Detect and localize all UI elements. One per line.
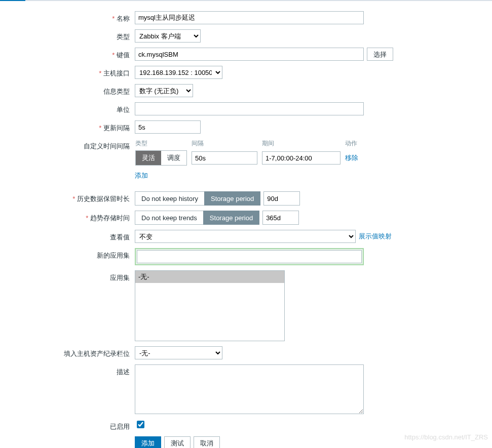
select-key-button[interactable]: 选择: [367, 48, 393, 61]
trends-storage-button[interactable]: Storage period: [203, 211, 259, 225]
type-select[interactable]: Zabbix 客户端: [135, 29, 201, 43]
label-appset: 应用集: [0, 270, 135, 282]
label-name: 名称: [0, 11, 135, 23]
interval-delay-input[interactable]: [192, 151, 257, 165]
trends-mode-toggle: Do not keep trends Storage period: [135, 211, 259, 225]
appset-listbox[interactable]: -无-: [135, 270, 285, 341]
show-value-mappings-link[interactable]: 展示值映射: [359, 232, 392, 241]
label-inventory: 填入主机资产纪录栏位: [0, 346, 135, 358]
enabled-checkbox[interactable]: [137, 421, 144, 428]
host-interface-select[interactable]: 192.168.139.152 : 10050: [135, 66, 222, 79]
label-show-value: 查看值: [0, 230, 135, 242]
label-host-interface: 主机接口: [0, 66, 135, 78]
new-appset-input[interactable]: [137, 250, 362, 263]
label-description: 描述: [0, 364, 135, 377]
cancel-button[interactable]: 取消: [194, 436, 220, 448]
history-period-input[interactable]: [263, 191, 300, 206]
key-input[interactable]: [135, 48, 364, 61]
show-value-select[interactable]: 不变: [135, 230, 356, 243]
interval-type-toggle: 灵活 调度: [135, 150, 187, 166]
label-type: 类型: [0, 29, 135, 42]
trends-nokeep-button[interactable]: Do not keep trends: [135, 211, 204, 225]
col-type: 类型: [135, 139, 191, 150]
history-nokeep-button[interactable]: Do not keep history: [135, 191, 205, 206]
new-appset-wrapper: [135, 248, 364, 265]
appset-option-none[interactable]: -无-: [135, 271, 284, 283]
interval-add-button[interactable]: 添加: [135, 171, 148, 180]
custom-intervals-table: 类型 间隔 期间 动作 灵活 调度 移除: [135, 139, 362, 166]
history-mode-toggle: Do not keep history Storage period: [135, 191, 260, 206]
description-textarea[interactable]: [135, 364, 364, 414]
unit-input[interactable]: [135, 102, 364, 115]
label-info-type: 信息类型: [0, 84, 135, 96]
inventory-select[interactable]: -无-: [135, 346, 222, 359]
interval-type-scheduled-button[interactable]: 调度: [161, 151, 186, 165]
label-history: 历史数据保留时长: [0, 191, 135, 203]
test-button[interactable]: 测试: [164, 436, 191, 448]
label-key: 键值: [0, 48, 135, 60]
item-form: 名称 类型 Zabbix 客户端 键值 选择 主机接口 192.168.139.…: [0, 1, 492, 448]
label-update-interval: 更新间隔: [0, 120, 135, 133]
label-unit: 单位: [0, 102, 135, 114]
label-custom-intervals: 自定义时间间隔: [0, 139, 135, 151]
label-trends: 趋势存储时间: [0, 211, 135, 223]
update-interval-input[interactable]: [135, 120, 201, 134]
trends-period-input[interactable]: [262, 211, 299, 225]
col-period: 期间: [261, 139, 345, 150]
info-type-select[interactable]: 数字 (无正负): [135, 84, 193, 97]
col-action: 动作: [345, 139, 362, 150]
add-button[interactable]: 添加: [135, 436, 161, 448]
interval-row: 灵活 调度 移除: [135, 150, 362, 166]
name-input[interactable]: [135, 11, 364, 24]
interval-remove-button[interactable]: 移除: [345, 154, 358, 161]
interval-period-input[interactable]: [262, 151, 340, 165]
label-new-appset: 新的应用集: [0, 248, 135, 260]
label-enabled: 已启用: [0, 419, 135, 431]
col-interval: 间隔: [191, 139, 261, 150]
history-storage-button[interactable]: Storage period: [204, 191, 260, 206]
interval-type-flexible-button[interactable]: 灵活: [136, 151, 161, 165]
